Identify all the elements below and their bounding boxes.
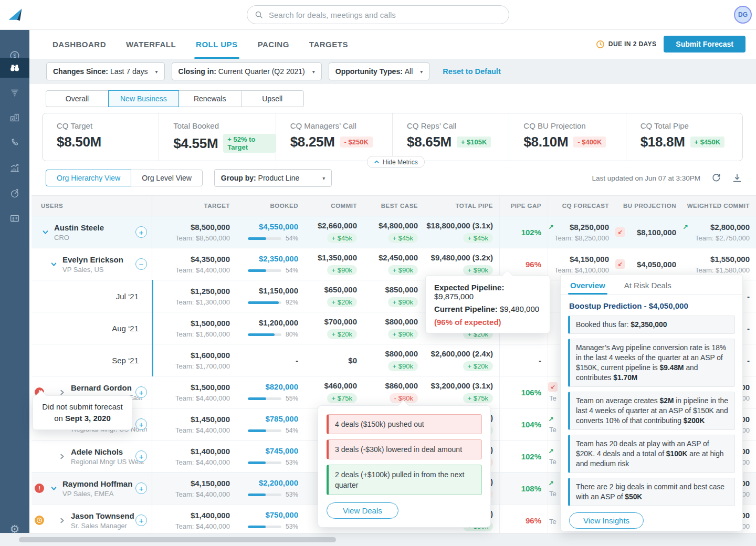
filter-dropdown-opportunity-types[interactable]: Opportunity Types: All▾ [329,62,430,80]
chevron-down-icon[interactable] [50,261,57,268]
pipe-gap-value: 96% [526,516,541,525]
download-icon[interactable] [732,173,742,183]
chevron-right-icon[interactable] [59,389,66,396]
analytics-icon [9,162,20,174]
expander-plus-button[interactable]: + [135,386,147,398]
boostup-logo-icon[interactable] [7,6,24,23]
sidebar-item-calls[interactable] [0,132,29,153]
booked-value-link[interactable]: $745,000 [265,446,298,455]
segment-tab-overall[interactable]: Overall [46,90,109,107]
booked-value-link[interactable]: $785,000 [265,414,298,423]
expander-plus-button[interactable]: + [135,514,147,526]
sidebar-item-pacing[interactable] [0,183,29,204]
booked-value-link[interactable]: $2,350,000 [259,254,298,263]
gap-cell: 102% [500,216,548,248]
nav-tab-targets[interactable]: TARGETS [299,29,358,59]
target-value: $1,250,000 [191,287,230,296]
best-cell: $800,000+ $90k [363,344,424,376]
expander-plus-button[interactable]: + [135,450,147,462]
view-deals-button[interactable]: View Deals [327,502,398,519]
target-value: $1,450,000 [191,415,230,424]
sidebar: $ ⚙ [0,29,29,546]
deal-change-item: 2 deals (+$100k) pulled in from the next… [327,465,482,495]
filter-dropdown-changes-since[interactable]: Changes Since: Last 7 days▾ [46,62,165,80]
metric-label: CQ Managers’ Call [290,121,392,130]
scrollbar-thumb[interactable] [19,537,336,542]
booked-value-link[interactable]: $750,000 [265,510,298,519]
nav-right: DUE IN 2 DAYS Submit Forecast [596,29,746,59]
filter-value: Current Quarter (Q2 2021) [218,67,305,76]
metric-card-cq-managers-call: CQ Managers’ Call$8.25M- $250K [276,113,392,161]
nav-tab-roll-ups[interactable]: ROLL UPS [186,29,248,59]
panel-tab-overview[interactable]: Overview [570,281,605,295]
filter-dropdown-closing-in[interactable]: Closing in: Current Quarter (Q2 2021)▾ [172,62,322,80]
target-value: $4,150,000 [191,479,230,488]
total-pipe-value: $9,480,000 (3.2x) [431,253,493,262]
chevron-up-icon [374,159,380,165]
gap-cell: - [500,344,548,376]
filter-value: Last 7 days [110,67,148,76]
chevron-right-icon[interactable] [59,453,66,460]
user-name[interactable]: Bernard Gordon [71,383,142,392]
submit-forecast-button[interactable]: Submit Forecast [664,36,746,52]
expander-plus-button[interactable]: + [135,418,147,430]
booked-value-link[interactable]: $2,200,000 [259,478,298,487]
trend-up-icon: ↗ [548,447,554,455]
user-name[interactable]: Evelyn Erickson [62,255,123,264]
commit-cell: $2,660,000+ $45k [304,216,363,248]
trend-up-icon: ↗ [548,223,554,231]
delta-badge: + $90k [388,329,418,339]
avatar[interactable]: DG [734,6,752,24]
hide-metrics-button[interactable]: Hide Metrics [367,156,425,168]
segment-tab-new-business[interactable]: New Business [108,90,179,107]
funnel-icon [9,87,20,98]
refresh-icon[interactable] [711,173,721,183]
user-name[interactable]: Austin Steele [54,223,104,232]
booked-value-link[interactable]: $4,550,000 [259,222,298,231]
metric-value: $8.50M [57,134,101,150]
segment-tab-renewals[interactable]: Renewals [178,90,242,107]
commit-cell: $700,000+ $20k [304,312,363,344]
target-value: $1,400,000 [191,447,230,456]
chevron-down-icon[interactable] [42,229,49,236]
search-input[interactable] [268,10,509,20]
sidebar-item-analytics[interactable] [0,158,29,178]
commit-value: $650,000 [324,285,357,294]
weighted-commit-team: 00 [742,394,750,402]
user-role: Regional Mngr US West [71,458,144,466]
expander-minus-button[interactable]: − [135,258,147,270]
best-cell: $2,450,000+ $90k [363,248,424,280]
booked-progress: 54% [248,267,298,274]
group-by-dropdown[interactable]: Group by: Product Line▾ [214,169,332,187]
expander-plus-button[interactable]: + [135,482,147,494]
booked-cell: $750,00053% [236,505,304,536]
sidebar-item-org-chart[interactable] [0,107,29,128]
table-toolbar: Org Hierarchy ViewOrg Level View Group b… [29,169,756,187]
view-toggle-org-level-view[interactable]: Org Level View [131,170,203,186]
nav-tab-pacing[interactable]: PACING [248,29,299,59]
panel-tab-at-risk-deals[interactable]: At Risk Deals [624,281,671,295]
sidebar-item-deals[interactable] [0,58,29,78]
target-team: Team: $1,300,000 [175,298,230,306]
segment-tab-upsell[interactable]: Upsell [241,90,304,107]
user-name[interactable]: Jason Townsend [71,511,134,520]
nav-tab-dashboard[interactable]: DASHBOARD [43,29,116,59]
reset-to-default-link[interactable]: Reset to Default [443,67,500,76]
user-name[interactable]: Raymond Hoffman [62,479,132,488]
target-team: Team: $4,400,000 [175,266,230,274]
metric-label: CQ Total Pipe [640,121,742,130]
month-label: Sep ‘21 [32,356,152,365]
view-insights-button[interactable]: View Insights [569,512,644,529]
chevron-right-icon[interactable] [59,517,66,524]
best-cell: $860,000- $80k [363,376,424,408]
nav-tab-waterfall[interactable]: WATERFALL [116,29,186,59]
chevron-down-icon[interactable] [50,485,57,492]
view-toggle-org-hierarchy-view[interactable]: Org Hierarchy View [46,170,131,186]
booked-value-link[interactable]: $820,000 [265,382,298,391]
user-name[interactable]: Adele Nichols [71,447,144,456]
user-name-block: Evelyn EricksonVP Sales, US [62,255,123,274]
sidebar-item-notes[interactable] [0,208,29,229]
sidebar-item-funnel[interactable] [0,82,29,103]
expander-plus-button[interactable]: + [135,226,147,238]
user-cell: Jason TownsendSr. Sales Manager+ [32,505,152,536]
